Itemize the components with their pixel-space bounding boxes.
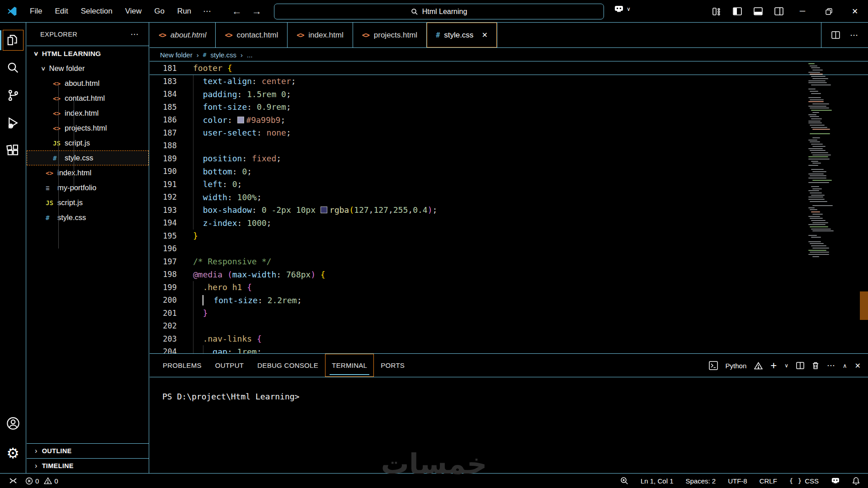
menu-more-icon[interactable]: ⋯ <box>198 6 217 16</box>
breadcrumb-file[interactable]: style.css <box>211 51 237 59</box>
code-line-199[interactable]: 199 .hero h1 { <box>150 281 868 294</box>
command-search-input[interactable]: Html Learning <box>274 4 604 19</box>
breadcrumb-more[interactable]: ... <box>247 51 253 59</box>
code-line-202[interactable]: 202 <box>150 319 868 333</box>
menu-run[interactable]: Run <box>171 0 198 23</box>
panel-tab-terminal[interactable]: TERMINAL <box>325 354 374 377</box>
copilot-chevron-icon[interactable]: ∨ <box>627 6 631 12</box>
tab-contact.html[interactable]: <>contact.html <box>216 23 288 47</box>
code-line-195[interactable]: 195} <box>150 230 868 243</box>
code-line-203[interactable]: 203 .nav-links { <box>150 333 868 346</box>
code-line-204[interactable]: 204 gap: 1rem; <box>150 345 868 353</box>
code-line-189[interactable]: 189 position: fixed; <box>150 152 868 165</box>
toggle-panel-icon[interactable] <box>748 0 769 23</box>
editor-scrollbar-thumb[interactable] <box>860 291 868 320</box>
settings-gear-icon[interactable]: ⚙ <box>3 443 23 463</box>
source-control-activity-icon[interactable] <box>3 85 23 105</box>
problems-indicator[interactable]: 0 0 <box>25 477 58 485</box>
back-icon[interactable]: ← <box>232 5 242 17</box>
code-line-198[interactable]: 198@media (max-width: 768px) { <box>150 268 868 281</box>
maximize-panel-icon[interactable]: ∧ <box>843 362 847 369</box>
restore-button[interactable] <box>816 0 842 23</box>
tree-folder-new-folder[interactable]: ∨New folder <box>27 61 149 76</box>
explorer-more-icon[interactable]: ⋯ <box>131 29 139 39</box>
menu-file[interactable]: File <box>24 0 48 23</box>
encoding-setting[interactable]: UTF-8 <box>728 477 747 485</box>
tree-item-contact.html[interactable]: <>contact.html <box>27 91 149 106</box>
split-editor-icon[interactable] <box>831 31 840 39</box>
panel-tab-problems[interactable]: PROBLEMS <box>156 354 208 377</box>
code-line-191[interactable]: 191 left: 0; <box>150 178 868 191</box>
breadcrumb-folder[interactable]: New folder <box>160 51 193 59</box>
close-tab-icon[interactable]: ✕ <box>481 31 487 39</box>
tree-item-html-learning[interactable]: ∨HTML LEARNING <box>27 46 149 61</box>
account-icon[interactable] <box>3 413 23 433</box>
panel-more-icon[interactable]: ⋯ <box>827 361 835 371</box>
tree-item-my-portfolio[interactable]: ≡my-portfolio <box>27 180 149 195</box>
panel-tab-output[interactable]: OUTPUT <box>208 354 250 377</box>
tree-item-script.js[interactable]: JSscript.js <box>27 136 149 150</box>
code-editor[interactable]: 181footer {183 text-align: center;184 pa… <box>150 62 868 353</box>
tab-about.html[interactable]: <>about.html <box>150 23 216 47</box>
panel-tab-debug-console[interactable]: DEBUG CONSOLE <box>250 354 325 377</box>
new-terminal-icon[interactable]: + <box>770 359 777 372</box>
menu-edit[interactable]: Edit <box>48 0 74 23</box>
customize-layout-icon[interactable] <box>706 0 727 23</box>
language-mode[interactable]: { } CSS <box>789 477 819 485</box>
code-line-196[interactable]: 196 <box>150 242 868 255</box>
code-line-185[interactable]: 185 font-size: 0.9rem; <box>150 101 868 114</box>
tree-item-projects.html[interactable]: <>projects.html <box>27 121 149 136</box>
editor-more-icon[interactable]: ⋯ <box>850 30 858 40</box>
section-timeline[interactable]: ›TIMELINE <box>27 458 149 473</box>
code-line-192[interactable]: 192 width: 100%; <box>150 191 868 204</box>
tab-projects.html[interactable]: <>projects.html <box>353 23 427 47</box>
menu-selection[interactable]: Selection <box>75 0 119 23</box>
tab-index.html[interactable]: <>index.html <box>288 23 353 47</box>
notifications-bell-icon[interactable] <box>852 477 860 485</box>
code-line-186[interactable]: 186 color: #9a99b9; <box>150 113 868 127</box>
code-line-194[interactable]: 194 z-index: 1000; <box>150 216 868 230</box>
tab-style.css[interactable]: #style.css✕ <box>427 23 497 47</box>
code-line-201[interactable]: 201 } <box>150 307 868 320</box>
close-panel-icon[interactable]: ✕ <box>855 361 861 370</box>
section-outline[interactable]: ›OUTLINE <box>27 443 149 458</box>
minimize-button[interactable]: ─ <box>789 0 816 23</box>
sticky-scroll-line[interactable]: 181footer { <box>150 62 868 75</box>
toggle-secondary-sidebar-icon[interactable] <box>769 0 789 23</box>
tree-item-about.html[interactable]: <>about.html <box>27 76 149 91</box>
indentation-setting[interactable]: Spaces: 2 <box>685 477 716 485</box>
kill-terminal-icon[interactable] <box>812 361 819 370</box>
explorer-activity-icon[interactable] <box>3 30 23 50</box>
tree-item-style.css[interactable]: #style.css <box>27 150 149 165</box>
cursor-position[interactable]: Ln 1, Col 1 <box>641 477 674 485</box>
breadcrumb[interactable]: New folder › # style.css › ... <box>150 48 868 61</box>
remote-indicator-icon[interactable] <box>5 477 21 484</box>
toggle-primary-sidebar-icon[interactable] <box>727 0 748 23</box>
terminal-profile-label[interactable]: Python <box>726 362 747 370</box>
menu-view[interactable]: View <box>119 0 148 23</box>
tree-item-script.js[interactable]: JSscript.js <box>27 195 149 210</box>
copilot-icon[interactable] <box>614 5 624 14</box>
split-terminal-icon[interactable] <box>796 362 804 369</box>
extensions-activity-icon[interactable] <box>3 141 23 160</box>
tree-item-index.html[interactable]: <>index.html <box>27 165 149 180</box>
code-line-190[interactable]: 190 bottom: 0; <box>150 165 868 178</box>
code-line-200[interactable]: 200 font-size: 2.2rem; <box>150 294 868 307</box>
copilot-status-icon[interactable] <box>831 477 840 485</box>
forward-icon[interactable]: → <box>252 5 262 17</box>
menu-go[interactable]: Go <box>148 0 171 23</box>
search-activity-icon[interactable] <box>3 58 23 78</box>
terminal-output[interactable]: PS D:\project\Html Learning> <box>150 377 868 401</box>
minimap[interactable] <box>808 63 834 352</box>
tree-item-index.html[interactable]: <>index.html <box>27 106 149 121</box>
terminal-dropdown-icon[interactable]: ∨ <box>784 362 788 369</box>
code-line-187[interactable]: 187 user-select: none; <box>150 127 868 140</box>
code-line-193[interactable]: 193 box-shadow: 0 -2px 10px rgba(127,127… <box>150 204 868 217</box>
zoom-indicator-icon[interactable] <box>620 477 628 485</box>
panel-tab-ports[interactable]: PORTS <box>374 354 411 377</box>
tree-item-style.css[interactable]: #style.css <box>27 210 149 225</box>
code-line-184[interactable]: 184 padding: 1.5rem 0; <box>150 88 868 101</box>
close-window-button[interactable]: ✕ <box>842 0 868 23</box>
eol-setting[interactable]: CRLF <box>760 477 777 485</box>
code-line-197[interactable]: 197/* Responsive */ <box>150 255 868 268</box>
